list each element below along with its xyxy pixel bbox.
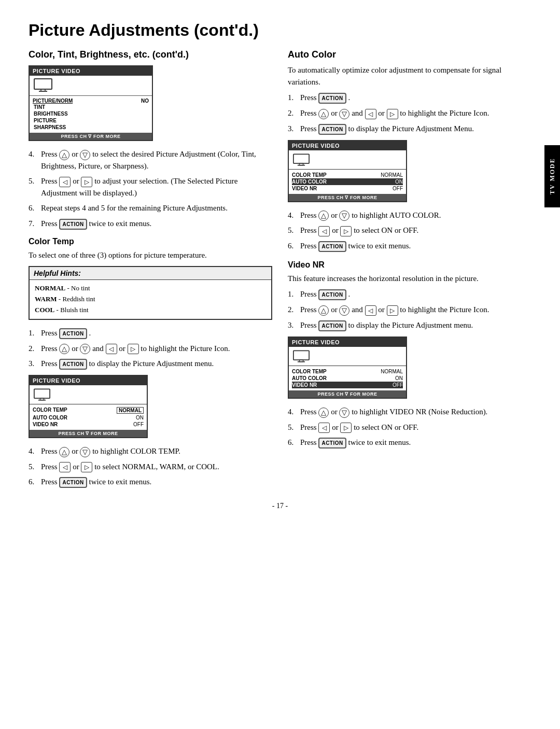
screen2-mockup: PICTURE VIDEO COLOR TEMPNORMAL AUTO COLO… [29,375,148,438]
screen2-icon [30,385,147,404]
left-icon-ac5: ◁ [318,226,330,236]
up-icon-ac4: △ [318,211,329,221]
tv-icon-2 [34,388,50,401]
ac-step-5: 5. Press ◁ or ▷ to select ON or OFF. [288,225,531,236]
action-icon-ac1: ACTION [318,93,346,104]
right-icon-ac2: ▷ [387,109,398,119]
two-column-layout: Color, Tint, Brightness, etc. (cont'd.) … [29,49,531,492]
left-icon-ct2: ◁ [106,344,117,354]
screen1-menu: PICTURE/NORM NO TINT BRIGHTNESS PICTURE … [30,96,152,133]
page-number: - 17 - [29,502,531,510]
svg-rect-6 [293,154,309,163]
video-nr-steps-1-3: 1. Press ACTION . 2. Press △ or ▽ and ◁ … [288,288,531,331]
screen2-row-videonr: VIDEO NROFF [33,421,144,428]
action-icon-ac6: ACTION [318,241,346,252]
screen-videonr-icon [289,347,406,366]
down-icon: ▽ [80,150,90,160]
vn-step-5: 5. Press ◁ or ▷ to select ON or OFF. [288,422,531,433]
action-icon-vn6: ACTION [318,438,346,448]
helpful-hints-box: Helpful Hints: NORMAL - No tint WARM - R… [29,266,272,319]
screen2-menu: COLOR TEMPNORMAL AUTO COLORON VIDEO NROF… [30,404,147,430]
screen-videonr-row-colortemp: COLOR TEMPNORMAL [292,368,403,375]
ct-step-4: 4. Press △ or ▽ to highlight COLOR TEMP. [29,445,272,457]
up-icon-ac2: △ [318,109,329,119]
svg-rect-0 [34,79,52,89]
screen-videonr-mockup: PICTURE VIDEO COLOR TEMPNORMAL AUTO COLO… [288,337,407,399]
color-temp-steps-4-6: 4. Press △ or ▽ to highlight COLOR TEMP.… [29,445,272,488]
right-icon-vn5: ▷ [340,423,352,433]
action-icon-ct1: ACTION [59,328,87,339]
color-temp-steps-1-3: 1. Press ACTION . 2. Press △ or ▽ and ◁ … [29,327,272,370]
screen1-icon-area [30,76,152,96]
ac-step-1: 1. Press ACTION . [288,92,531,104]
screen-auto-row-videonr: VIDEO NROFF [292,185,403,192]
vn-step-6: 6. Press ACTION twice to exit menus. [288,437,531,448]
up-icon-ct2: △ [59,344,69,354]
step-4: 4. Press △ or ▽ to select the desired Pi… [29,148,272,172]
ct-step-2: 2. Press △ or ▽ and ◁ or ▷ to highlight … [29,343,272,355]
ac-step-6: 6. Press ACTION twice to exit menus. [288,240,531,252]
screen-videonr-title: PICTURE VIDEO [289,338,406,347]
tv-icon-4 [293,350,310,362]
hint-normal: NORMAL - No tint [35,283,266,294]
page-title: Picture Adjustments (cont'd.) [29,21,531,40]
tv-icon-3 [293,153,310,166]
svg-rect-3 [34,389,50,399]
right-icon-ct2: ▷ [128,344,139,354]
left-icon: ◁ [59,177,71,187]
down-icon-vn4: ▽ [339,408,349,418]
auto-color-steps-4-6: 4. Press △ or ▽ to highlight AUTO COLOR.… [288,209,531,252]
step-5: 5. Press ◁ or ▷ to adjust your selection… [29,175,272,199]
hint-warm: WARM - Reddish tint [35,294,266,305]
screen2-row-colortemp: COLOR TEMPNORMAL [33,406,144,414]
screen1-row-sharpness: SHARPNESS [33,124,149,131]
screen1-mockup: PICTURE VIDEO PICTURE/NORM NO TINT BRIGH… [29,65,153,141]
down-icon-ac4: ▽ [339,211,349,221]
left-icon-vn5: ◁ [318,423,330,433]
auto-color-steps-1-3: 1. Press ACTION . 2. Press △ or ▽ and ◁ … [288,92,531,135]
screen-auto-title: PICTURE VIDEO [289,141,406,150]
screen-videonr-menu: COLOR TEMPNORMAL AUTO COLORON VIDEO NROF… [289,366,406,390]
right-icon-ct5: ▷ [81,462,92,472]
video-nr-heading: Video NR [288,260,531,270]
steps-top: 4. Press △ or ▽ to select the desired Pi… [29,148,272,230]
down-icon-ac2: ▽ [339,109,349,119]
vn-step-2: 2. Press △ or ▽ and ◁ or ▷ to highlight … [288,304,531,316]
ct-step-5: 5. Press ◁ or ▷ to select NORMAL, WARM, … [29,461,272,473]
screen-auto-row-autocolor: AUTO COLORON [292,178,403,185]
auto-color-heading: Auto Color [288,49,531,60]
screen-auto-mockup: PICTURE VIDEO COLOR TEMPNORMAL AUTO COLO… [288,140,407,202]
screen2-title: PICTURE VIDEO [30,376,147,385]
color-temp-heading: Color Temp [29,237,272,246]
vn-step-3: 3. Press ACTION to display the Picture A… [288,319,531,331]
auto-color-desc: To automatically optimize color adjustme… [288,64,531,88]
left-column: Color, Tint, Brightness, etc. (cont'd.) … [29,49,272,492]
screen-videonr-row-videonr: VIDEO NROFF [292,382,403,388]
up-icon: △ [59,150,69,160]
action-icon-vn1: ACTION [318,289,346,300]
step-6: 6. Repeat steps 4 and 5 for the remainin… [29,202,272,214]
action-icon-ct3: ACTION [59,359,87,370]
ac-step-4: 4. Press △ or ▽ to highlight AUTO COLOR. [288,209,531,221]
screen-auto-icon [289,150,406,170]
screen1-row-picture: PICTURE [33,117,149,124]
right-icon-ac5: ▷ [340,226,352,236]
ct-step-3: 3. Press ACTION to display the Picture A… [29,358,272,370]
color-temp-desc: To select one of three (3) options for p… [29,249,272,261]
ct-step-6: 6. Press ACTION twice to exit menus. [29,476,272,488]
screen-auto-row-colortemp: COLOR TEMPNORMAL [292,172,403,178]
left-icon-ct5: ◁ [59,462,71,472]
up-icon-vn2: △ [318,305,329,316]
hint-cool: COOL - Bluish tint [35,305,266,316]
screen1-title: PICTURE VIDEO [30,66,152,76]
step-7: 7. Press ACTION twice to exit menus. [29,218,272,230]
ct-step-1: 1. Press ACTION . [29,327,272,339]
action-icon: ACTION [59,219,87,230]
ac-step-3: 3. Press ACTION to display the Picture A… [288,123,531,135]
video-nr-desc: This feature increases the horizontal re… [288,273,531,285]
left-icon-vn2: ◁ [365,305,376,316]
action-icon-vn3: ACTION [318,320,346,331]
down-icon-vn2: ▽ [339,305,349,316]
helpful-hints-title: Helpful Hints: [30,267,271,280]
right-icon-vn2: ▷ [387,305,398,316]
